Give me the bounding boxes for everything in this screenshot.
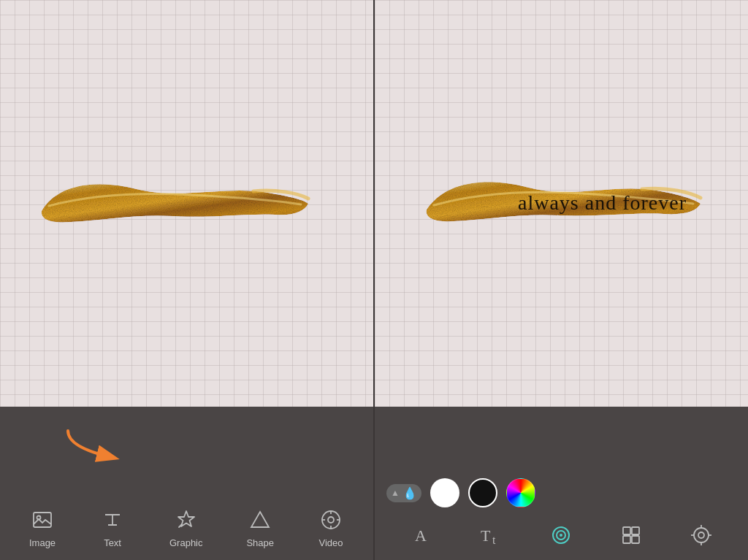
svg-rect-19 (632, 536, 639, 543)
video-label: Video (318, 537, 343, 548)
toolbar-item-image[interactable]: Image (20, 501, 64, 554)
shape-icon (247, 507, 273, 533)
layout-button[interactable] (615, 519, 647, 551)
bottom-bar: Image Text Graphic (0, 407, 748, 560)
main-area: always and forever (0, 0, 748, 407)
arrow-indicator (64, 427, 123, 464)
svg-text:t: t (492, 534, 496, 545)
video-icon (318, 507, 344, 533)
dropper-icon: 💧 (402, 486, 417, 500)
settings-button[interactable] (685, 519, 717, 551)
toolbar-right: ▲ 💧 A T t (373, 407, 748, 560)
svg-rect-17 (632, 527, 639, 534)
svg-text:A: A (415, 526, 427, 545)
svg-point-21 (698, 532, 704, 538)
toolbar-item-graphic[interactable]: Graphic (161, 501, 212, 554)
color-swatch-black[interactable] (468, 478, 497, 507)
svg-text:always and forever: always and forever (518, 191, 687, 214)
image-icon (29, 507, 56, 533)
text-label: Text (104, 537, 121, 548)
shape-label: Shape (246, 537, 274, 548)
format-row: A T t (375, 519, 748, 554)
color-swatch-rainbow[interactable] (506, 478, 535, 507)
left-canvas (0, 0, 373, 407)
font-size-button[interactable]: T t (476, 519, 508, 551)
color-row: ▲ 💧 (375, 478, 748, 519)
right-canvas: always and forever (375, 0, 748, 407)
text-icon (99, 507, 126, 533)
toolbar-icons: Image Text Graphic (0, 501, 373, 554)
chevron-up-icon: ▲ (391, 488, 400, 498)
toolbar-item-shape[interactable]: Shape (237, 501, 283, 554)
brush-stroke-left (34, 164, 312, 244)
svg-point-5 (328, 517, 334, 523)
color-swatch-white[interactable] (430, 478, 459, 507)
svg-text:T: T (481, 526, 491, 545)
font-style-button[interactable]: A (405, 519, 438, 551)
svg-rect-16 (623, 527, 630, 534)
svg-point-15 (560, 534, 562, 537)
color-picker-toggle[interactable]: ▲ 💧 (386, 484, 421, 502)
svg-point-20 (694, 528, 709, 542)
image-label: Image (29, 537, 56, 548)
brush-stroke-right: always and forever (416, 160, 708, 248)
toolbar-item-video[interactable]: Video (309, 501, 353, 554)
style-button[interactable] (545, 519, 577, 551)
toolbar-item-text[interactable]: Text (91, 501, 134, 554)
graphic-label: Graphic (169, 537, 203, 548)
toolbar-left: Image Text Graphic (0, 407, 373, 560)
graphic-icon (173, 507, 199, 533)
svg-rect-2 (34, 513, 51, 527)
svg-rect-18 (623, 536, 630, 543)
